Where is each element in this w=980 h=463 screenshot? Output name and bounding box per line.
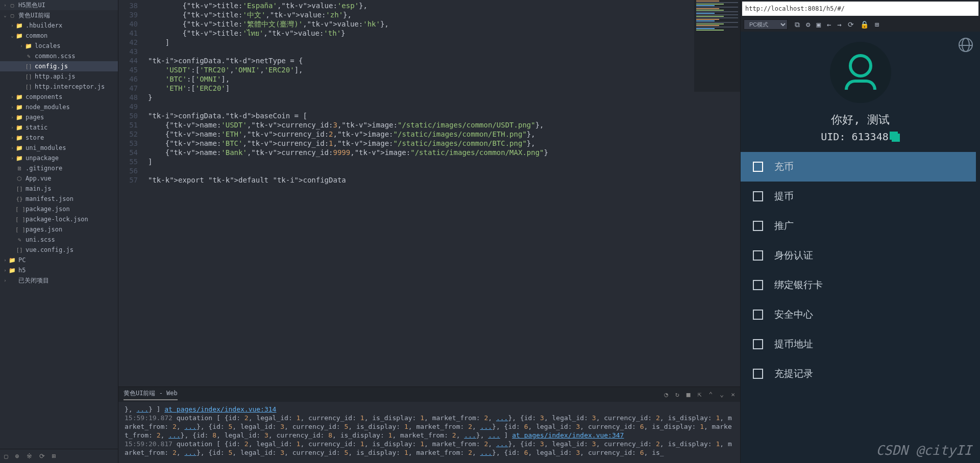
menu-item-充币[interactable]: 充币 [741,152,976,182]
console-btn-1[interactable]: ◔ [664,391,668,398]
tree-item-unpackage[interactable]: ›📁unpackage [0,153,118,163]
console-tab-bar: 黄色UI前端 - Web ◔ ↻ ■ ⇱ ⌃ ⌄ × [118,387,740,402]
tree-item-package-lock-json[interactable]: [ ]package-lock.json [0,214,118,224]
sidebar-footer-icon[interactable]: ⟳ [39,452,45,460]
tree-item--gitignore[interactable]: 🗎.gitignore [0,163,118,173]
tree-item-node_modules[interactable]: ›📁node_modules [0,102,118,112]
minimap[interactable] [694,0,740,92]
tree-item-pages[interactable]: ›📁pages [0,112,118,122]
menu-icon [753,339,763,349]
tree-item-http-api-js[interactable]: []http.api.js [0,71,118,82]
console-controls: ◔ ↻ ■ ⇱ ⌃ ⌄ × [664,391,735,398]
menu-icon [753,162,763,172]
menu-icon [753,369,763,379]
sidebar-footer-icon[interactable]: ⊕ [15,452,19,460]
console-btn-4[interactable]: ⇱ [698,391,702,398]
tool-gear-icon[interactable]: ⚙ [806,20,810,29]
console-output[interactable]: }, ...} ] at pages/index/index.vue:31415… [118,402,740,463]
tree-item-uni-scss[interactable]: ✎uni.scss [0,235,118,245]
menu-item-提币地址[interactable]: 提币地址 [741,329,976,359]
copy-icon[interactable] [892,134,900,142]
tree-item-common[interactable]: ⌄📁common [0,31,118,41]
tool-open-icon[interactable]: ⧉ [795,20,800,29]
console-btn-up[interactable]: ⌃ [709,391,713,398]
qr-icon[interactable]: ⊞ [875,20,879,29]
app-preview[interactable]: 你好, 测试 UID: 613348 充币提币推广身份认证绑定银行卡安全中心提币… [741,32,980,463]
back-icon[interactable]: ← [827,20,831,29]
line-gutter: 3839404142434445464748495051525354555657 [118,0,143,387]
tree-item------[interactable]: ›已关闭项目 [0,275,118,286]
lock-icon[interactable]: 🔒 [860,20,869,29]
console-title[interactable]: 黄色UI前端 - Web [124,389,178,400]
tree-item-h5[interactable]: ›📁h5 [0,265,118,275]
avatar[interactable] [830,42,891,103]
console-btn-close[interactable]: × [731,391,735,398]
refresh-icon[interactable]: ⟳ [848,20,854,29]
tree-item-locales[interactable]: ›📁locales [0,41,118,51]
console-btn-down[interactable]: ⌄ [720,391,724,398]
tree-item-http-interceptor-js[interactable]: []http.interceptor.js [0,82,118,92]
tree-item-config-js[interactable]: []config.js [0,61,118,71]
menu-item-安全中心[interactable]: 安全中心 [741,300,976,329]
tree-item--hbuilderx[interactable]: ›📁.hbuilderx [0,20,118,31]
sidebar-footer: ▢⊕※⟳⊞ [0,449,118,463]
mode-select[interactable]: PC模式 [744,19,788,30]
menu-icon [753,191,763,201]
tree-item-PC[interactable]: ›📁PC [0,255,118,265]
tree-item-uni_modules[interactable]: ›📁uni_modules [0,143,118,153]
sidebar-footer-icon[interactable]: ※ [27,452,32,460]
tree-item-common-scss[interactable]: ✎common.scss [0,51,118,61]
code-editor[interactable]: 3839404142434445464748495051525354555657… [118,0,740,387]
sidebar-footer-icon[interactable]: ▢ [4,452,8,460]
greeting-text: 你好, 测试 [741,112,980,127]
menu-item-充提记录[interactable]: 充提记录 [741,359,976,389]
tool-screenshot-icon[interactable]: ▣ [816,20,820,29]
url-bar[interactable]: http://localhost:8081/h5/#/ [742,2,978,16]
tree-item-components[interactable]: ›📁components [0,92,118,102]
tree-item---UI--[interactable]: ⌄▢黄色UI前端 [0,10,118,20]
forward-icon[interactable]: → [837,20,841,29]
menu-icon [753,310,763,320]
preview-panel: http://localhost:8081/h5/#/ PC模式 ⧉ ⚙ ▣ ←… [740,0,980,463]
menu-item-推广[interactable]: 推广 [741,211,976,241]
tree-item-static[interactable]: ›📁static [0,122,118,133]
uid-text: UID: 613348 [741,131,980,143]
console-btn-2[interactable]: ↻ [675,391,679,398]
menu-item-身份认证[interactable]: 身份认证 [741,241,976,270]
preview-toolbar: PC模式 ⧉ ⚙ ▣ ← → ⟳ 🔒 ⊞ [741,17,980,32]
tree-item-H5--UI[interactable]: ›▢H5黑色UI [0,0,118,10]
tree-item-pages-json[interactable]: [ ]pages.json [0,224,118,235]
console-btn-stop[interactable]: ■ [687,391,691,398]
sidebar-footer-icon[interactable]: ⊞ [52,452,56,460]
tree-item-store[interactable]: ›📁store [0,133,118,143]
code-content[interactable]: {"tk-v">title:'España',"tk-v">value:'esp… [143,0,740,387]
menu-icon [753,250,763,261]
tree-item-vue-config-js[interactable]: []vue.config.js [0,245,118,255]
menu-icon [753,221,763,231]
watermark: CSDN @cityII [876,443,972,458]
tree-item-manifest-json[interactable]: {}manifest.json [0,194,118,204]
menu-item-提币[interactable]: 提币 [741,182,976,211]
menu-item-绑定银行卡[interactable]: 绑定银行卡 [741,270,976,300]
tree-item-package-json[interactable]: [ ]package.json [0,204,118,214]
file-explorer: ›▢H5黑色UI⌄▢黄色UI前端›📁.hbuilderx⌄📁common›📁lo… [0,0,118,463]
tree-item-App-vue[interactable]: ⬡App.vue [0,173,118,184]
tree-item-main-js[interactable]: []main.js [0,184,118,194]
menu-icon [753,280,763,290]
globe-icon[interactable] [959,38,973,52]
